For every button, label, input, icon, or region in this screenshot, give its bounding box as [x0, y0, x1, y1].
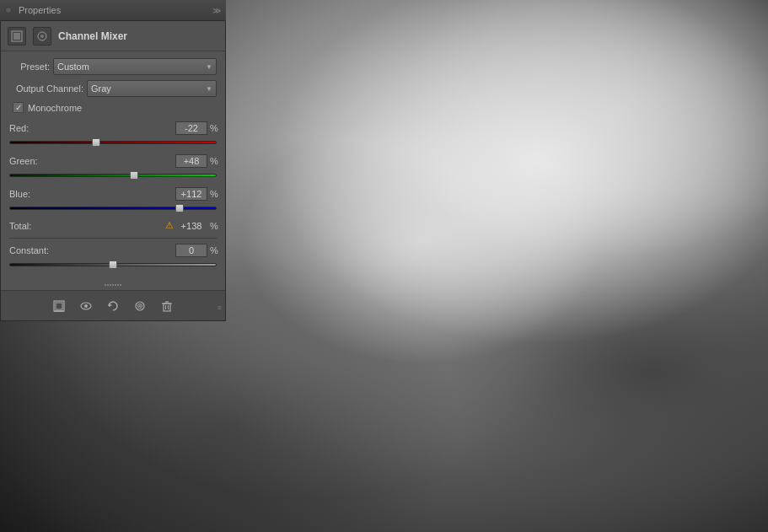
warning-icon: ⚠	[165, 220, 174, 231]
output-channel-label: Output Channel:	[9, 83, 83, 94]
blue-slider-header: Blue: +112 %	[9, 187, 217, 201]
output-channel-select[interactable]: Gray ▼	[87, 80, 217, 97]
output-channel-value: Gray	[91, 83, 111, 94]
dot-7	[120, 284, 121, 286]
total-row: Total: ⚠ +138 %	[9, 220, 217, 231]
panel-title: Channel Mixer	[58, 30, 127, 42]
constant-thumb[interactable]	[109, 261, 117, 269]
win-dot-1	[5, 7, 12, 13]
green-slider-section: Green: +48 %	[9, 154, 217, 180]
red-track	[9, 141, 217, 144]
window-bar: Properties ≫	[0, 0, 226, 21]
dot-2	[107, 284, 109, 286]
trash-icon	[160, 299, 174, 313]
adjustment-icon	[33, 27, 51, 46]
layer-icon-svg	[11, 30, 23, 42]
panel-content: Preset: Custom ▼ Output Channel: Gray ▼ …	[1, 51, 225, 283]
total-pct: %	[210, 221, 217, 231]
view-icon	[133, 299, 147, 313]
green-label: Green:	[9, 156, 43, 166]
green-value-input[interactable]: +48	[175, 154, 207, 168]
red-slider-header: Red: -22 %	[9, 121, 217, 135]
properties-panel: Channel Mixer Preset: Custom ▼ Output Ch…	[0, 21, 226, 321]
constant-slider-header: Constant: 0 %	[9, 244, 217, 257]
dot-1	[105, 284, 106, 286]
red-label: Red:	[9, 123, 43, 133]
eye-icon	[79, 299, 93, 313]
svg-rect-5	[56, 303, 62, 309]
monochrome-label: Monochrome	[28, 103, 82, 113]
reset-icon	[106, 299, 120, 313]
window-title: Properties	[19, 5, 61, 15]
preset-arrow-icon: ▼	[206, 63, 212, 71]
green-track	[9, 174, 217, 177]
svg-rect-1	[13, 33, 20, 40]
bottom-toolbar: ≡	[1, 290, 225, 320]
blue-value-input[interactable]: +112	[175, 187, 207, 201]
title-bar-left: Properties	[5, 5, 61, 15]
blue-track	[9, 207, 217, 210]
svg-rect-13	[164, 304, 170, 311]
constant-label: Constant:	[9, 245, 43, 255]
view-previous-button[interactable]	[132, 298, 148, 314]
green-value: +48	[184, 156, 200, 166]
green-pct: %	[210, 156, 217, 166]
red-value-input[interactable]: -22	[175, 121, 207, 135]
output-channel-arrow-icon: ▼	[206, 85, 212, 93]
svg-point-12	[139, 305, 141, 307]
preset-label: Preset:	[9, 62, 50, 72]
constant-slider-track-container	[9, 260, 217, 270]
constant-value: 0	[189, 245, 194, 255]
preset-value: Custom	[57, 62, 89, 72]
bottom-dots	[1, 283, 225, 290]
adjustment-icon-svg	[36, 30, 48, 42]
red-pct: %	[210, 123, 217, 133]
constant-value-input[interactable]: 0	[175, 244, 207, 257]
clip-to-layer-button[interactable]	[51, 298, 67, 314]
collapse-button[interactable]: ≫	[212, 6, 221, 15]
green-thumb[interactable]	[130, 171, 138, 180]
divider	[9, 238, 217, 239]
preset-row: Preset: Custom ▼	[9, 58, 217, 75]
reset-button[interactable]	[105, 298, 121, 314]
dot-row	[105, 284, 121, 286]
blue-pct: %	[210, 189, 217, 199]
total-value: +138	[175, 221, 207, 231]
monochrome-checkbox[interactable]: ✓	[13, 102, 24, 113]
blue-slider-track-container	[9, 203, 217, 213]
green-slider-header: Green: +48 %	[9, 154, 217, 168]
dot-5	[115, 284, 116, 286]
output-channel-row: Output Channel: Gray ▼	[9, 80, 217, 97]
blue-label: Blue:	[9, 189, 43, 199]
delete-button[interactable]	[158, 298, 175, 314]
green-slider-track-container	[9, 170, 217, 180]
panel-resize-handle[interactable]: ≡	[218, 304, 222, 312]
total-label: Total:	[9, 221, 43, 231]
monochrome-row: ✓ Monochrome	[9, 102, 217, 113]
clip-icon	[52, 299, 66, 313]
red-slider-section: Red: -22 %	[9, 121, 217, 148]
svg-point-3	[40, 35, 44, 38]
dot-4	[112, 284, 114, 286]
dot-6	[117, 284, 119, 286]
layer-icon	[8, 27, 26, 46]
blue-thumb[interactable]	[175, 204, 184, 212]
preset-select[interactable]: Custom ▼	[53, 58, 217, 75]
blue-value: +112	[181, 189, 202, 199]
svg-point-8	[84, 304, 88, 308]
red-slider-track-container	[9, 137, 217, 148]
panel-header: Channel Mixer	[1, 21, 225, 51]
visibility-button[interactable]	[78, 298, 94, 314]
svg-marker-9	[109, 304, 112, 307]
red-value: -22	[185, 123, 198, 133]
dot-3	[110, 284, 111, 286]
constant-slider-section: Constant: 0 %	[9, 244, 217, 270]
red-thumb[interactable]	[92, 138, 100, 147]
blue-slider-section: Blue: +112 %	[9, 187, 217, 213]
constant-pct: %	[210, 245, 217, 255]
